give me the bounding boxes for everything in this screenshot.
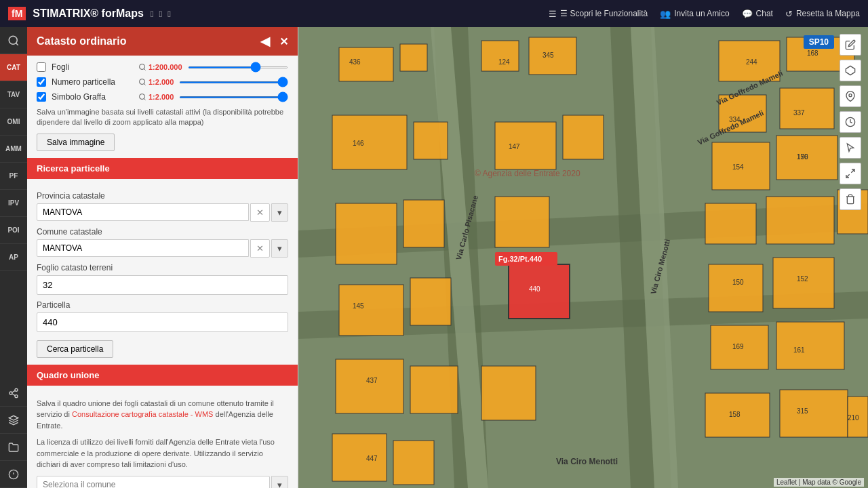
cursor-tool-btn[interactable]: [840, 137, 861, 159]
comune-input[interactable]: [37, 239, 249, 257]
svg-rect-47: [410, 278, 451, 325]
particella-field: Particella: [37, 300, 288, 332]
provincia-dropdown-btn[interactable]: ▾: [271, 203, 288, 222]
map-attribution: Leaflet | Map data © Google: [774, 478, 864, 487]
info-icon-btn[interactable]: [0, 461, 27, 488]
facebook-icon[interactable]: : [151, 9, 154, 19]
svg-text:168: 168: [807, 49, 818, 57]
sidebar-item-cat[interactable]: CAT: [0, 54, 27, 81]
comune-clear-btn[interactable]: ✕: [250, 239, 270, 258]
share-icon-btn[interactable]: [0, 380, 27, 407]
layers-icon-btn[interactable]: [0, 407, 27, 434]
reset-icon: ↺: [785, 9, 793, 19]
provincia-field: Provincia catastale ✕ ▾: [37, 191, 288, 222]
provincia-input[interactable]: [37, 203, 249, 221]
simbolo-checkbox[interactable]: [37, 92, 46, 102]
map-area[interactable]: 124 345 436 244 168 334 337 146 147 440 …: [298, 27, 868, 488]
quadro-license-text: La licenza di utilizzo dei livelli forni…: [37, 436, 288, 470]
svg-rect-39: [705, 203, 756, 244]
quadro-section-title: Quadro unione: [27, 365, 298, 386]
svg-text:244: 244: [746, 58, 757, 66]
map-canvas: 124 345 436 244 168 334 337 146 147 440 …: [298, 27, 868, 488]
quadro-comune-input[interactable]: [37, 476, 270, 488]
quadro-comune-dropdown-btn[interactable]: ▾: [271, 476, 288, 488]
svg-text:© Agenzia delle Entrate 2020: © Agenzia delle Entrate 2020: [475, 169, 580, 178]
simbolo-opacity-slider[interactable]: [179, 96, 288, 98]
svg-line-1: [16, 43, 18, 45]
provincia-clear-btn[interactable]: ✕: [250, 203, 270, 222]
wms-link[interactable]: Consultazione cartografia catastale - WM…: [72, 410, 213, 418]
panel-close-btn[interactable]: ✕: [279, 35, 288, 48]
polygon-tool-btn[interactable]: [840, 60, 861, 81]
invite-icon: 👥: [660, 9, 671, 19]
fogli-slider-container: [188, 66, 288, 68]
svg-text:345: 345: [542, 52, 554, 59]
panel-title: Catasto ordinario: [37, 35, 126, 47]
svg-rect-51: [776, 322, 844, 369]
logo-fm: fM: [8, 7, 26, 20]
sp-badge: SP10: [804, 35, 834, 49]
svg-rect-54: [481, 366, 536, 420]
folder-icon-btn[interactable]: [0, 434, 27, 461]
svg-marker-7: [9, 415, 18, 420]
side-panel: Catasto ordinario ◀ ✕ Fogli 1:200.000 Nu…: [27, 27, 298, 488]
comune-label: Comune catastale: [37, 227, 288, 237]
invite-link[interactable]: 👥 Invita un Amico: [660, 9, 729, 19]
twitter-icon[interactable]: : [159, 9, 163, 19]
erase-tool-btn[interactable]: [840, 188, 861, 210]
simbolo-zoom-value: 1:2.000: [149, 93, 174, 101]
numero-checkbox[interactable]: [37, 77, 46, 87]
layer-fogli-row: Fogli 1:200.000: [37, 62, 288, 72]
sidebar-item-ipv[interactable]: IPV: [0, 190, 27, 217]
map-tools: [840, 34, 861, 210]
comune-dropdown-btn[interactable]: ▾: [271, 239, 288, 258]
search-tab[interactable]: [0, 27, 27, 54]
expand-tool-btn[interactable]: [840, 163, 861, 184]
svg-rect-48: [709, 264, 763, 312]
svg-text:161: 161: [793, 346, 805, 354]
sidebar-item-pf[interactable]: PF: [0, 163, 27, 190]
fogli-opacity-slider[interactable]: [188, 66, 288, 68]
layer-simbolo-row: Simbolo Graffa 1:2.000: [37, 92, 288, 102]
save-image-button[interactable]: Salva immagine: [37, 134, 115, 151]
sidebar-item-tav[interactable]: TAV: [0, 81, 27, 108]
numero-zoom-value: 1:2.000: [149, 78, 174, 86]
pencil-tool-btn[interactable]: [840, 34, 861, 56]
svg-line-95: [846, 174, 850, 178]
numero-opacity-slider[interactable]: [179, 81, 288, 83]
svg-point-15: [140, 94, 145, 100]
svg-point-4: [15, 394, 18, 397]
svg-line-94: [851, 169, 854, 173]
marker-tool-btn[interactable]: [840, 85, 861, 107]
sidebar-item-omi[interactable]: OMI: [0, 108, 27, 136]
svg-rect-56: [780, 390, 848, 437]
youtube-icon[interactable]: : [167, 9, 171, 19]
svg-rect-59: [393, 441, 434, 485]
svg-rect-53: [410, 366, 458, 413]
sidebar-item-ap[interactable]: AP: [0, 244, 27, 271]
sidebar-item-poi[interactable]: POI: [0, 217, 27, 244]
clock-tool-btn[interactable]: [840, 111, 861, 133]
svg-rect-49: [773, 258, 834, 308]
chat-link[interactable]: 💬 Chat: [742, 9, 773, 19]
svg-point-0: [9, 36, 17, 44]
foglio-input[interactable]: [37, 275, 288, 295]
numero-slider-container: [179, 81, 288, 83]
cerca-button[interactable]: Cerca particella: [37, 340, 113, 358]
svg-rect-27: [339, 47, 393, 81]
svg-rect-58: [332, 434, 387, 481]
panel-toggle-btn[interactable]: ◀: [260, 34, 270, 49]
sidebar-item-amm[interactable]: AMM: [0, 136, 27, 163]
quadro-comune-row: ▾: [37, 476, 288, 488]
svg-text:436: 436: [349, 58, 361, 66]
svg-text:440: 440: [529, 285, 540, 293]
svg-text:158: 158: [729, 411, 741, 418]
svg-rect-25: [481, 41, 519, 71]
reset-link[interactable]: ↺ Resetta la Mappa: [785, 9, 860, 19]
fogli-checkbox[interactable]: [37, 62, 46, 72]
numero-zoom: 1:2.000: [138, 78, 174, 86]
features-link[interactable]: ☰ ☰ Scopri le Funzionalità: [549, 9, 648, 19]
fogli-zoom: 1:200.000: [138, 63, 182, 71]
svg-text:Via Ciro Menotti: Via Ciro Menotti: [556, 457, 618, 466]
particella-input[interactable]: [37, 312, 288, 332]
